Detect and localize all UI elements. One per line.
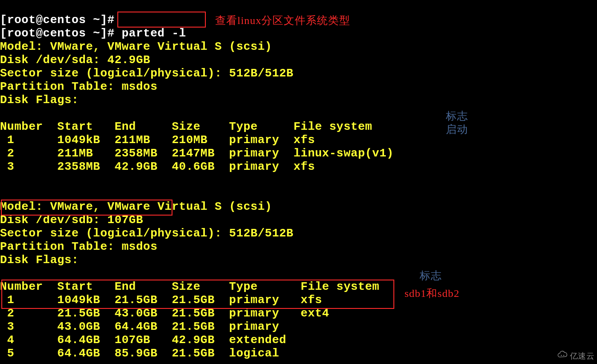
watermark-text: 亿速云	[570, 351, 595, 361]
output-line-disk: Disk /dev/sda: 42.9GB	[0, 53, 150, 67]
table-row: 2 21.5GB 43.0GB 21.5GB primary ext4	[0, 307, 329, 320]
output-line-sector: Sector size (logical/physical): 512B/512…	[0, 67, 293, 80]
output-line-model: Model: VMware, VMware Virtual S (scsi)	[0, 40, 272, 53]
output-line-ptable: Partition Table: msdos	[0, 240, 157, 253]
shell-prompt: [root@centos ~]#	[0, 13, 115, 27]
table-row: 3 43.0GB 64.4GB 21.5GB primary	[0, 320, 279, 333]
svg-point-1	[563, 355, 564, 356]
table-row: 4 64.4GB 107GB 42.9GB extended	[0, 333, 286, 347]
output-line-dflags: Disk Flags:	[0, 253, 79, 267]
output-line-sector: Sector size (logical/physical): 512B/512…	[0, 227, 293, 240]
annotation-sdb-partitions: sdb1和sdb2	[405, 286, 460, 300]
cloud-icon	[557, 350, 568, 361]
annotation-command: 查看linux分区文件系统类型	[215, 13, 350, 28]
output-line-ptable: Partition Table: msdos	[0, 80, 157, 93]
table-row: 2 211MB 2358MB 2147MB primary linux-swap…	[0, 147, 394, 160]
table-row: 5 64.4GB 85.9GB 21.5GB logical	[0, 347, 279, 360]
shell-prompt: [root@centos ~]#	[0, 27, 122, 40]
output-line-dflags: Disk Flags:	[0, 93, 79, 107]
annotation-boot-flag: 启动	[446, 122, 468, 136]
svg-point-0	[561, 355, 561, 356]
table-row: 3 2358MB 42.9GB 40.6GB primary xfs	[0, 160, 315, 173]
table-row: 1 1049kB 21.5GB 21.5GB primary xfs	[0, 293, 322, 307]
watermark: 亿速云	[557, 350, 595, 361]
annotation-flag-header-2: 标志	[420, 268, 442, 283]
command-text: parted -l	[122, 27, 186, 40]
annotation-flag-header: 标志	[446, 109, 468, 123]
table-row: 1 1049kB 211MB 210MB primary xfs	[0, 133, 401, 147]
terminal-output[interactable]: [root@centos ~]# [root@centos ~]# parted…	[0, 0, 597, 360]
output-line-disk: Disk /dev/sdb: 107GB	[0, 213, 143, 227]
output-line-model: Model: VMware, VMware Virtual S (scsi)	[0, 200, 272, 213]
table-header: Number Start End Size Type File system	[0, 280, 394, 293]
table-header: Number Start End Size Type File system	[0, 120, 401, 133]
